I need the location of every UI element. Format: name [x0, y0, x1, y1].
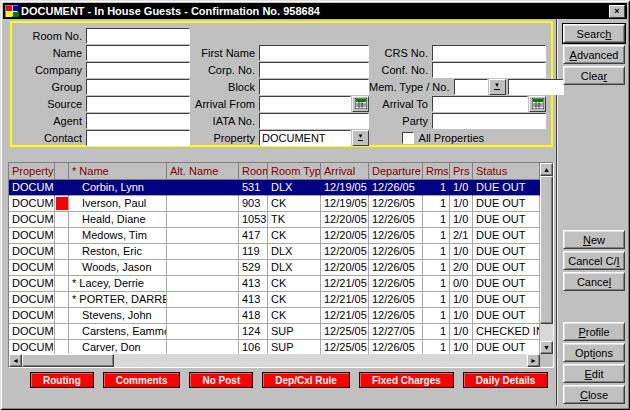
- horizontal-scrollbar[interactable]: ◄ ►: [9, 354, 540, 367]
- table-row[interactable]: DOCUMEReston, Eric119DLX12/20/0512/26/05…: [9, 244, 540, 260]
- routing-button[interactable]: Routing: [30, 372, 94, 388]
- table-row[interactable]: DOCUME* PORTER, DARREL413CK12/21/0512/26…: [9, 292, 540, 308]
- cell-flag: [55, 244, 69, 260]
- iata-no-input[interactable]: [259, 113, 369, 129]
- first-name-label: First Name: [191, 47, 259, 59]
- cell-room_type: DLX: [268, 244, 321, 260]
- cell-room_type: DLX: [268, 260, 321, 276]
- advanced-button[interactable]: Advanced: [563, 45, 625, 64]
- corp-no-input[interactable]: [259, 62, 369, 78]
- cell-status: DUE OUT: [473, 292, 540, 308]
- daily-details-button[interactable]: Daily Details: [463, 372, 548, 388]
- comments-button[interactable]: Comments: [103, 372, 181, 388]
- source-input[interactable]: [86, 96, 190, 112]
- cell-rms: 1: [423, 244, 450, 260]
- scroll-right-icon[interactable]: ►: [527, 354, 540, 367]
- cell-departure: 12/26/05: [369, 292, 423, 308]
- cell-rms: 1: [423, 212, 450, 228]
- alert-flag: [56, 197, 68, 210]
- arrival-to-input[interactable]: [432, 96, 528, 112]
- property-input[interactable]: [259, 130, 351, 146]
- chevron-down-icon: ▼: [494, 83, 500, 90]
- scroll-left-icon[interactable]: ◄: [9, 354, 22, 367]
- group-input[interactable]: [86, 79, 190, 95]
- cell-property: DOCUME: [9, 244, 55, 260]
- cell-arrival: 12/20/05: [321, 228, 369, 244]
- room-no-input[interactable]: [86, 28, 190, 44]
- close-icon[interactable]: ×: [609, 5, 625, 18]
- table-row[interactable]: DOCUMEHeald, Diane1053TK12/20/0512/26/05…: [9, 212, 540, 228]
- cell-name: Woods, Jason: [69, 260, 167, 276]
- cell-room: 903: [239, 196, 268, 212]
- party-input[interactable]: [432, 113, 546, 129]
- company-input[interactable]: [86, 62, 190, 78]
- table-row[interactable]: DOCUMEWoods, Jason529DLX12/20/0512/26/05…: [9, 260, 540, 276]
- scroll-down-icon[interactable]: ▼: [540, 341, 553, 354]
- company-label: Company: [14, 64, 86, 76]
- fixed-charges-button[interactable]: Fixed Charges: [359, 372, 454, 388]
- table-row[interactable]: DOCUMECarver, Don106SUP12/25/0512/26/051…: [9, 340, 540, 354]
- cell-room_type: CK: [268, 308, 321, 324]
- conf-no-input[interactable]: [432, 62, 546, 78]
- arrival-to-calendar-button[interactable]: [529, 96, 546, 112]
- mem-type-input[interactable]: [454, 79, 488, 95]
- table-row[interactable]: DOCUMECarstens, Eammon124SUP12/25/0512/2…: [9, 324, 540, 340]
- scroll-up-icon[interactable]: ▲: [540, 163, 553, 176]
- cancel-c-i-button[interactable]: Cancel C/I: [563, 251, 625, 270]
- cell-name: * Lacey, Derrie: [69, 276, 167, 292]
- cell-alt_name: [167, 276, 239, 292]
- close-button[interactable]: Close: [563, 385, 625, 404]
- options-button[interactable]: Options: [563, 343, 625, 362]
- guest-table: Property* NameAlt. NameRoomRoom TypeArri…: [8, 162, 554, 368]
- vertical-scroll-thumb[interactable]: [540, 176, 553, 324]
- window: DOCUMENT - In House Guests - Confirmatio…: [0, 0, 630, 410]
- table-row[interactable]: DOCUMEStevens, John418CK12/21/0512/26/05…: [9, 308, 540, 324]
- cell-prs: 1/0: [450, 212, 473, 228]
- table-row[interactable]: DOCUMEIverson, Paul903CK12/19/0512/26/05…: [9, 196, 540, 212]
- cell-prs: 1/0: [450, 324, 473, 340]
- cell-departure: 12/26/05: [369, 180, 423, 196]
- mem-no-input[interactable]: [508, 79, 564, 95]
- crs-no-input[interactable]: [432, 45, 546, 61]
- cell-arrival: 12/20/05: [321, 244, 369, 260]
- clear-button[interactable]: Clear: [563, 66, 625, 85]
- cell-room: 529: [239, 260, 268, 276]
- new-button[interactable]: New: [563, 230, 625, 249]
- cancel-button[interactable]: Cancel: [563, 272, 625, 291]
- cell-property: DOCUME: [9, 196, 55, 212]
- all-properties-checkbox[interactable]: [402, 132, 414, 144]
- cell-status: CHECKED IN: [473, 324, 540, 340]
- no-post-button[interactable]: No Post: [189, 372, 253, 388]
- name-input[interactable]: [86, 45, 190, 61]
- cell-arrival: 12/20/05: [321, 212, 369, 228]
- agent-input[interactable]: [86, 113, 190, 129]
- titlebar[interactable]: DOCUMENT - In House Guests - Confirmatio…: [3, 3, 627, 19]
- profile-button[interactable]: Profile: [563, 322, 625, 341]
- cell-name: Corbin, Lynn: [69, 180, 167, 196]
- arrival-from-input[interactable]: [259, 96, 351, 112]
- arrival-from-calendar-button[interactable]: [352, 96, 369, 112]
- table-row[interactable]: DOCUME* Lacey, Derrie413CK12/21/0512/26/…: [9, 276, 540, 292]
- cell-name: Iverson, Paul: [69, 196, 167, 212]
- search-button[interactable]: Search: [563, 24, 625, 43]
- table-row[interactable]: DOCUMEMedows, Tim417CK12/20/0512/26/0512…: [9, 228, 540, 244]
- dep-cxl-rule-button[interactable]: Dep/Cxl Rule: [262, 372, 350, 388]
- header-room: Room: [239, 163, 268, 180]
- table-row[interactable]: DOCUMECorbin, Lynn531DLX12/19/0512/26/05…: [9, 180, 540, 196]
- horizontal-scroll-thumb[interactable]: [22, 354, 114, 367]
- cell-flag: [55, 228, 69, 244]
- mem-type-dropdown-button[interactable]: ▼: [489, 79, 506, 95]
- vertical-scrollbar[interactable]: ▲ ▼: [540, 163, 553, 354]
- contact-input[interactable]: [86, 130, 190, 146]
- cell-arrival: 12/25/05: [321, 340, 369, 354]
- table-body: DOCUMECorbin, Lynn531DLX12/19/0512/26/05…: [9, 180, 540, 354]
- search-criteria-panel: Room No. Name First Name CRS No. Company: [10, 21, 553, 147]
- property-dropdown-button[interactable]: ▼: [352, 130, 369, 146]
- cell-room: 413: [239, 276, 268, 292]
- cell-flag: [55, 308, 69, 324]
- cell-room: 531: [239, 180, 268, 196]
- edit-button[interactable]: Edit: [563, 364, 625, 383]
- cell-rms: 1: [423, 196, 450, 212]
- block-input[interactable]: [259, 79, 369, 95]
- first-name-input[interactable]: [259, 45, 369, 61]
